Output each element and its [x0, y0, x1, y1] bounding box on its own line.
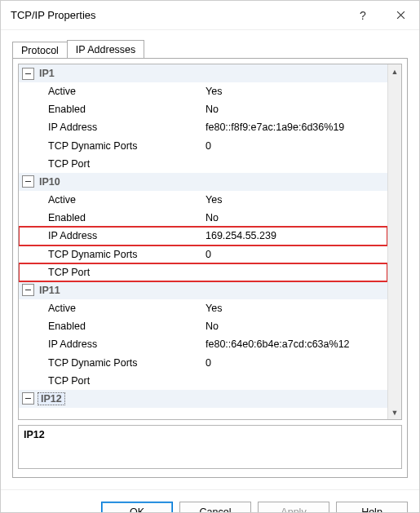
prop-value: No	[202, 321, 387, 332]
prop-name: Active	[37, 303, 202, 314]
prop-value: fe80::f8f9:e7ac:1a9e:6d36%19	[202, 122, 387, 133]
prop-value: No	[202, 212, 387, 223]
category-title: IP1	[38, 68, 55, 79]
category-header-ip11[interactable]: IP11	[19, 281, 387, 299]
row-ip-address[interactable]: IP Address fe80::64e0:6b4e:a7cd:c63a%12	[19, 335, 387, 353]
description-title: IP12	[24, 429, 396, 440]
property-grid: IP1 Active Yes Enabled No IP Address fe8…	[18, 64, 402, 420]
vertical-scrollbar[interactable]: ▲ ▼	[387, 64, 401, 419]
prop-name: TCP Port	[37, 158, 202, 170]
prop-name: TCP Port	[37, 375, 202, 387]
tab-ip-addresses[interactable]: IP Addresses	[67, 40, 144, 58]
prop-name: IP Address	[37, 122, 202, 133]
cancel-button[interactable]: Cancel	[179, 502, 251, 513]
category-title-selected: IP12	[38, 392, 65, 405]
help-icon: ?	[360, 9, 366, 22]
row-enabled[interactable]: Enabled No	[19, 100, 387, 118]
category-header-ip10[interactable]: IP10	[19, 173, 387, 191]
row-enabled[interactable]: Enabled No	[19, 317, 387, 335]
row-tcp-dynamic-ports[interactable]: TCP Dynamic Ports 0	[19, 137, 387, 155]
property-grid-rows: IP1 Active Yes Enabled No IP Address fe8…	[19, 64, 387, 419]
category-title: IP10	[38, 176, 60, 188]
prop-name: Enabled	[37, 321, 202, 332]
prop-name: IP Address	[37, 338, 202, 350]
category-title: IP11	[38, 285, 60, 296]
help-button[interactable]: ?	[344, 1, 382, 30]
prop-value: 0	[202, 140, 387, 152]
collapse-icon[interactable]	[22, 68, 34, 80]
row-tcp-dynamic-ports[interactable]: TCP Dynamic Ports 0	[19, 245, 387, 263]
row-ip-address[interactable]: IP Address fe80::f8f9:e7ac:1a9e:6d36%19	[19, 118, 387, 136]
prop-name: TCP Dynamic Ports	[37, 140, 202, 152]
dialog-body: Protocol IP Addresses IP1 Active Yes Ena…	[1, 30, 419, 489]
prop-name: TCP Dynamic Ports	[37, 357, 202, 369]
close-icon	[396, 11, 405, 20]
collapse-icon[interactable]	[22, 392, 34, 405]
prop-value: fe80::64e0:6b4e:a7cd:c63a%12	[202, 338, 387, 350]
scroll-up-icon[interactable]: ▲	[388, 64, 401, 78]
collapse-icon[interactable]	[22, 284, 34, 296]
prop-name: TCP Dynamic Ports	[37, 249, 202, 260]
tab-protocol[interactable]: Protocol	[12, 42, 68, 59]
prop-name: TCP Port	[37, 267, 202, 278]
prop-name: Enabled	[37, 212, 202, 223]
row-tcp-port[interactable]: TCP Port	[19, 372, 387, 390]
prop-value: 0	[202, 357, 387, 369]
row-tcp-port[interactable]: TCP Port	[19, 155, 387, 173]
prop-value: Yes	[202, 194, 387, 206]
row-active[interactable]: Active Yes	[19, 299, 387, 317]
prop-name: Active	[37, 194, 202, 206]
prop-value: Yes	[202, 86, 387, 97]
prop-value: Yes	[202, 303, 387, 314]
category-header-ip1[interactable]: IP1	[19, 64, 387, 82]
row-active[interactable]: Active Yes	[19, 82, 387, 100]
close-button[interactable]	[382, 1, 419, 30]
prop-value: 169.254.55.239	[202, 230, 387, 241]
apply-button: Apply	[258, 502, 329, 513]
ok-button[interactable]: OK	[101, 502, 173, 513]
prop-name: Enabled	[37, 104, 202, 115]
window-title: TCP/IP Properties	[11, 9, 344, 21]
row-tcp-dynamic-ports[interactable]: TCP Dynamic Ports 0	[19, 353, 387, 371]
prop-value: No	[202, 104, 387, 115]
row-tcp-port-highlighted[interactable]: TCP Port	[19, 263, 387, 281]
prop-name: Active	[37, 86, 202, 97]
help-button[interactable]: Help	[336, 502, 408, 513]
title-bar: TCP/IP Properties ?	[1, 1, 419, 30]
tab-strip: Protocol IP Addresses	[12, 38, 408, 58]
description-panel: IP12	[18, 425, 402, 469]
collapse-icon[interactable]	[22, 175, 34, 188]
row-active[interactable]: Active Yes	[19, 191, 387, 209]
scroll-down-icon[interactable]: ▼	[388, 405, 401, 419]
category-header-ip12[interactable]: IP12	[19, 390, 387, 408]
row-ip-address-highlighted[interactable]: IP Address 169.254.55.239	[19, 227, 387, 245]
tab-panel: IP1 Active Yes Enabled No IP Address fe8…	[12, 58, 408, 478]
button-bar: OK Cancel Apply Help	[1, 489, 419, 513]
prop-value: 0	[202, 249, 387, 260]
row-enabled[interactable]: Enabled No	[19, 209, 387, 227]
prop-name: IP Address	[37, 230, 202, 241]
